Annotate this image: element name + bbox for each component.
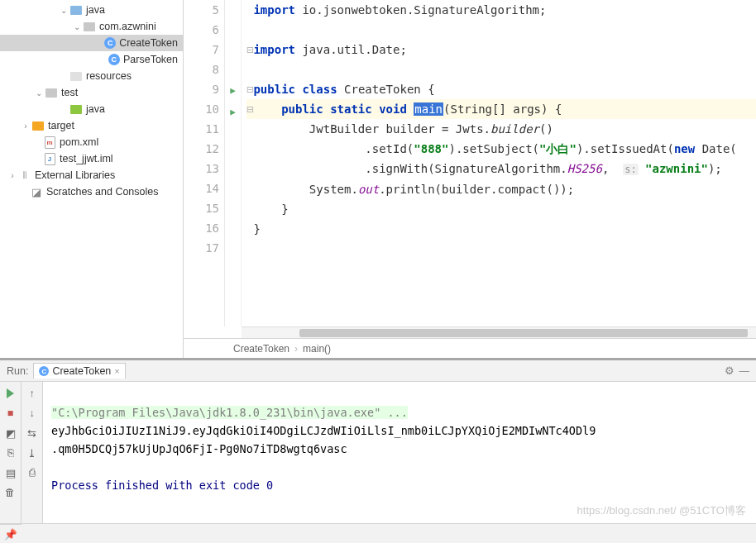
stop-button[interactable]: ■ [2, 405, 19, 422]
editor-horizontal-scrollbar[interactable] [242, 326, 756, 338]
folder-icon [69, 69, 83, 83]
folder-icon [83, 20, 96, 33]
run-body: ■ ◩ ⎘ ▤ 🗑 ↑ ↓ ⇆ ⤓ ⎙ "C:\Program Files\Ja… [0, 382, 756, 523]
class-icon: C [39, 366, 49, 376]
tree-item[interactable]: ⌄com.azwnini [0, 18, 183, 35]
tree-item[interactable]: ⌄java [0, 2, 183, 18]
tree-item-label: Scratches and Consoles [46, 186, 164, 198]
line-gutter: 567891011121314151617 [184, 0, 225, 326]
expand-arrow-icon[interactable]: › [20, 121, 31, 131]
watermark: https://blog.csdn.net/ @51CTO博客 [577, 503, 746, 518]
tree-item-label: resources [86, 70, 136, 82]
tree-item[interactable]: ›target [0, 117, 183, 134]
library-icon: ⫴ [18, 169, 31, 182]
minimize-icon[interactable]: — [739, 365, 750, 377]
tree-item[interactable]: java [0, 101, 183, 117]
tree-item[interactable]: ◪Scratches and Consoles [0, 183, 183, 200]
tree-item[interactable]: Jtest_jjwt.iml [0, 150, 183, 167]
class-icon: C [104, 36, 116, 50]
breadcrumb-class[interactable]: CreateToken [233, 343, 289, 355]
chevron-right-icon: › [294, 343, 298, 355]
run-tab[interactable]: C CreateToken × [33, 363, 125, 379]
tree-item[interactable]: CParseToken [0, 51, 183, 68]
tree-item-label: java [86, 4, 110, 16]
run-tab-label: CreateToken [52, 365, 111, 377]
up-icon[interactable]: ↑ [24, 385, 41, 402]
scratch-icon: ◪ [30, 185, 43, 198]
tree-item-label: pom.xml [60, 136, 103, 148]
folder-icon [69, 102, 83, 116]
trash-icon[interactable]: 🗑 [2, 484, 19, 501]
run-marker-icon[interactable]: ▶ [230, 85, 236, 96]
breadcrumb-method[interactable]: main() [303, 343, 331, 355]
fold-icon[interactable]: ⊟ [246, 102, 253, 116]
console-exit: Process finished with exit code 0 [51, 479, 273, 492]
folder-icon [31, 119, 45, 132]
tree-item[interactable]: ⌄test [0, 84, 183, 101]
folder-icon [69, 3, 83, 17]
gear-icon[interactable]: ⚙ [725, 364, 734, 377]
console-output[interactable]: "C:\Program Files\Java\jdk1.8.0_231\bin\… [43, 382, 756, 523]
tree-item-label: ParseToken [123, 54, 183, 65]
project-tree: ⌄java⌄com.azwniniCCreateTokenCParseToken… [0, 0, 184, 358]
run-toolbar-left: ■ ◩ ⎘ ▤ 🗑 [0, 382, 22, 523]
tree-item-label: com.azwnini [99, 21, 161, 32]
rerun-button[interactable] [2, 385, 19, 402]
expand-arrow-icon[interactable]: ⌄ [58, 6, 69, 15]
camera-icon[interactable]: ◩ [2, 425, 19, 441]
editor: 567891011121314151617 ▶▶ import io.jsonw… [184, 0, 756, 358]
scroll-to-end-icon[interactable]: ⤓ [24, 445, 41, 461]
tree-item-label: test_jjwt.iml [60, 153, 118, 164]
bottom-bar: 📌 [0, 523, 756, 543]
tree-item-label: CreateToken [119, 37, 183, 49]
down-icon[interactable]: ↓ [24, 405, 41, 422]
tree-item[interactable]: ›⫴External Libraries [0, 167, 183, 183]
tree-item-label: External Libraries [35, 169, 120, 181]
layout-icon[interactable]: ▤ [2, 464, 19, 481]
pin-icon[interactable]: 📌 [0, 524, 22, 543]
exit-icon[interactable]: ⎘ [2, 445, 19, 461]
run-gutter[interactable]: ▶▶ [225, 0, 242, 326]
close-icon[interactable]: × [114, 366, 119, 376]
tree-item-label: test [61, 87, 83, 98]
run-label: Run: [7, 365, 28, 377]
file-icon: m [43, 136, 56, 149]
tree-item[interactable]: resources [0, 68, 183, 84]
run-toolbar-left2: ↑ ↓ ⇆ ⤓ ⎙ [22, 382, 43, 523]
class-icon: C [108, 53, 120, 66]
expand-arrow-icon[interactable]: › [7, 171, 18, 180]
code-lines[interactable]: import io.jsonwebtoken.SignatureAlgorith… [242, 0, 756, 326]
run-panel: Run: C CreateToken × ⚙ — ■ ◩ ⎘ ▤ 🗑 ↑ ↓ [0, 358, 756, 523]
file-icon: J [43, 152, 56, 165]
tree-item-label: target [48, 120, 79, 131]
expand-arrow-icon[interactable]: ⌄ [33, 88, 45, 98]
console-line: .qm0H5DCQj57kUjUpJqO6FjI-Pg0No7iTD8wgtq6… [51, 442, 347, 455]
run-marker-icon[interactable]: ▶ [230, 107, 236, 117]
code-area[interactable]: 567891011121314151617 ▶▶ import io.jsonw… [184, 0, 756, 326]
console-command: "C:\Program Files\Java\jdk1.8.0_231\bin\… [51, 406, 408, 419]
tree-item[interactable]: mpom.xml [0, 134, 183, 150]
breadcrumb[interactable]: CreateToken › main() [184, 338, 756, 358]
expand-arrow-icon[interactable]: ⌄ [71, 22, 83, 31]
folder-icon [45, 86, 58, 99]
tree-item[interactable]: CCreateToken [0, 35, 183, 51]
tree-item-label: java [86, 103, 110, 115]
console-line: eyJhbGciOiJIUzI1NiJ9.eyJqdGkiOiI4ODgiLCJ… [51, 424, 596, 437]
softwrap-icon[interactable]: ⇆ [24, 425, 41, 441]
run-header: Run: C CreateToken × ⚙ — [0, 360, 756, 382]
print-icon[interactable]: ⎙ [24, 464, 41, 481]
